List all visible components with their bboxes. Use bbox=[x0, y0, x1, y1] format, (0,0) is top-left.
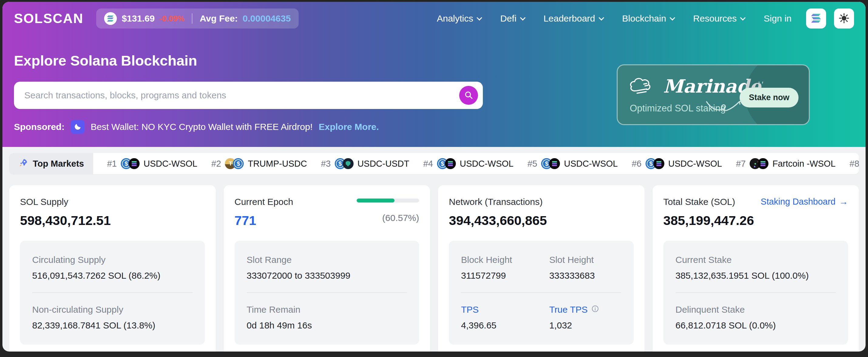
row-value: 333333683 bbox=[549, 270, 622, 281]
network-transactions-card: Network (Transactions) 394,433,660,865 B… bbox=[438, 185, 645, 352]
panel-row: Time Remain 0d 18h 49m 16s bbox=[247, 304, 407, 331]
epoch-number[interactable]: 771 bbox=[235, 213, 293, 228]
market-rank: #3 bbox=[321, 159, 331, 169]
sol-supply-value: 598,430,712.51 bbox=[20, 213, 205, 228]
card-title: SOL Supply bbox=[20, 197, 205, 207]
divider bbox=[461, 292, 621, 293]
sol-price-change: -0.09% bbox=[160, 14, 185, 23]
panel-cell: True TPS 1,032 bbox=[549, 304, 622, 331]
pair-icons bbox=[225, 158, 244, 169]
coin-icon bbox=[549, 158, 560, 169]
link-label: Staking Dashboard bbox=[761, 197, 836, 207]
chevron-down-icon bbox=[520, 15, 525, 20]
nav-resources[interactable]: Resources bbox=[693, 13, 745, 24]
theme-toggle-button[interactable] bbox=[834, 8, 854, 29]
nav-defi[interactable]: Defi bbox=[500, 13, 524, 24]
search-bar bbox=[14, 82, 483, 109]
market-item[interactable]: #5 USDC-WSOL bbox=[527, 158, 618, 169]
row-value: 333072000 to 333503999 bbox=[247, 270, 407, 281]
divider bbox=[676, 292, 836, 293]
row-value: 311572799 bbox=[461, 270, 549, 281]
panel-row: Non-circulating Supply 82,339,168.7841 S… bbox=[32, 304, 193, 331]
nav-blockchain[interactable]: Blockchain bbox=[622, 13, 674, 24]
sol-price-chip[interactable]: $131.69 -0.09% Avg Fee: 0.00004635 bbox=[96, 8, 299, 29]
card-panel: Block Height 311572799 Slot Height 33333… bbox=[449, 241, 634, 345]
solscan-logo[interactable]: SOLSCAN bbox=[14, 11, 84, 26]
card-title: Current Epoch bbox=[235, 197, 293, 207]
row-label: Block Height bbox=[461, 255, 549, 265]
row-label: Non-circulating Supply bbox=[32, 304, 193, 315]
progress-percent: (60.57%) bbox=[382, 213, 419, 223]
market-rank: #5 bbox=[527, 159, 537, 169]
total-stake-value: 385,199,447.26 bbox=[663, 213, 848, 228]
card-title: Network (Transactions) bbox=[449, 197, 634, 207]
network-transactions-value: 394,433,660,865 bbox=[449, 213, 634, 228]
market-rank: #1 bbox=[107, 159, 117, 169]
market-pair: USDC-WSOL bbox=[564, 159, 618, 169]
market-pair: USDC-USDT bbox=[358, 159, 409, 169]
row-value: 385,132,635.1951 SOL (100.0%) bbox=[676, 270, 836, 281]
coin-icon bbox=[757, 158, 769, 169]
market-item[interactable]: #4 USDC-WSOL bbox=[423, 158, 514, 169]
solana-coin-icon bbox=[104, 12, 117, 25]
main-nav: Analytics Defi Leaderboard Blockchain Re… bbox=[437, 13, 745, 24]
nav-leaderboard[interactable]: Leaderboard bbox=[544, 13, 603, 24]
market-pair: USDC-WSOL bbox=[668, 159, 722, 169]
nav-label: Analytics bbox=[437, 13, 473, 24]
nav-label: Leaderboard bbox=[544, 13, 595, 24]
row-label: Slot Range bbox=[247, 255, 407, 265]
search-icon bbox=[464, 90, 473, 100]
nav-analytics[interactable]: Analytics bbox=[437, 13, 482, 24]
sponsored-explore-link[interactable]: Explore More. bbox=[319, 122, 379, 132]
market-item[interactable]: #3 USDC-USDT bbox=[321, 158, 409, 169]
stake-card-head: Total Stake (SOL) Staking Dashboard → bbox=[663, 197, 848, 207]
tps-link[interactable]: TPS bbox=[461, 304, 549, 315]
market-item[interactable]: #1 USDC-WSOL bbox=[107, 158, 197, 169]
progress-fill bbox=[356, 199, 395, 203]
row-value: 66,812.0718 SOL (0.0%) bbox=[676, 320, 836, 331]
card-panel: Slot Range 333072000 to 333503999 Time R… bbox=[235, 241, 420, 345]
sun-icon bbox=[839, 13, 849, 25]
panel-cell: TPS 4,396.65 bbox=[461, 304, 549, 331]
arrow-doodle-icon bbox=[704, 97, 753, 116]
chef-hat-icon bbox=[628, 75, 656, 98]
pair-icons bbox=[121, 158, 140, 169]
true-tps-link[interactable]: True TPS bbox=[549, 304, 622, 315]
row-label: Current Stake bbox=[676, 255, 836, 265]
coin-icon bbox=[233, 158, 244, 169]
market-item[interactable]: #2 TRUMP-USDC bbox=[211, 158, 307, 169]
sponsored-text: Best Wallet: NO KYC Crypto Wallet with F… bbox=[91, 122, 313, 132]
nav-label: Blockchain bbox=[622, 13, 666, 24]
solana-network-button[interactable] bbox=[806, 8, 826, 29]
marinade-ad-card[interactable]: Marinade ’ ′ Stake now Optimized SOL sta… bbox=[617, 64, 810, 125]
panel-row: Slot Range 333072000 to 333503999 bbox=[247, 255, 407, 281]
staking-dashboard-link[interactable]: Staking Dashboard → bbox=[761, 197, 848, 207]
best-wallet-icon bbox=[71, 120, 85, 134]
panel-cell: Slot Height 333333683 bbox=[549, 255, 622, 281]
row-label: Delinquent Stake bbox=[676, 304, 836, 315]
market-item[interactable]: #8 USDC-WSOL bbox=[849, 158, 859, 169]
chevron-down-icon bbox=[477, 15, 482, 20]
sponsored-label: Sponsored: bbox=[14, 122, 65, 132]
row-value: 0d 18h 49m 16s bbox=[247, 320, 407, 331]
chip-divider bbox=[192, 13, 192, 24]
pair-icons bbox=[335, 158, 353, 169]
epoch-card-head: Current Epoch 771 (60.57%) bbox=[235, 197, 420, 228]
row-value: 516,091,543.7262 SOL (86.2%) bbox=[32, 270, 193, 281]
total-stake-card: Total Stake (SOL) Staking Dashboard → 38… bbox=[653, 185, 859, 352]
market-item[interactable]: #6 USDC-WSOL bbox=[631, 158, 722, 169]
nav-label: Defi bbox=[500, 13, 516, 24]
market-rank: #6 bbox=[631, 159, 641, 169]
sign-in-button[interactable]: Sign in bbox=[764, 13, 792, 24]
navbar: SOLSCAN $131.69 -0.09% Avg Fee: 0.000046… bbox=[14, 2, 854, 35]
nav-label: Resources bbox=[693, 13, 737, 24]
card-panel: Current Stake 385,132,635.1951 SOL (100.… bbox=[663, 241, 848, 345]
market-pair: USDC-WSOL bbox=[144, 159, 197, 169]
market-item[interactable]: #7 Fartcoin -WSOL bbox=[736, 158, 836, 169]
search-button[interactable] bbox=[459, 86, 478, 105]
search-input[interactable] bbox=[14, 82, 483, 109]
info-icon[interactable] bbox=[591, 304, 599, 315]
rocket-icon bbox=[18, 158, 28, 169]
sol-price: $131.69 bbox=[122, 13, 154, 24]
panel-cell: Block Height 311572799 bbox=[461, 255, 549, 281]
